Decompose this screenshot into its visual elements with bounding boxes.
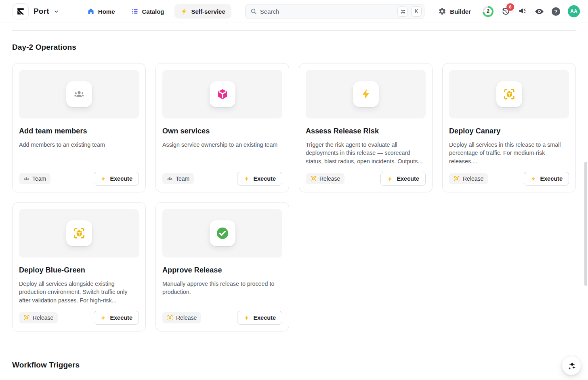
- bolt-icon: [530, 176, 536, 182]
- card-image-area: [162, 70, 282, 118]
- section-title-workflow: Workflow Triggers: [12, 361, 576, 369]
- k-key-chip: K: [411, 6, 422, 17]
- execute-button[interactable]: Execute: [94, 172, 139, 186]
- vertical-scrollbar[interactable]: [584, 162, 587, 286]
- card-title: Deploy Blue-Green: [19, 266, 139, 274]
- bolt-icon: [244, 315, 250, 321]
- card-description: Assign service ownership to an existing …: [162, 141, 282, 149]
- actions-grid: Add team members Add members to an exist…: [12, 63, 576, 331]
- card-image-area: [449, 70, 569, 118]
- sparkles-icon: [566, 360, 577, 371]
- card-footer: Release Execute: [306, 172, 426, 186]
- builder-label: Builder: [450, 8, 471, 15]
- tag-label: Release: [33, 315, 53, 321]
- section-divider: [12, 30, 576, 31]
- blueprint-tag-team: Team: [162, 173, 194, 184]
- card-image-area: [306, 70, 426, 118]
- card-footer: Release Execute: [162, 311, 282, 325]
- blueprint-tag-release: Release: [449, 173, 488, 184]
- bolt-icon: [100, 176, 106, 182]
- card-description: Deploy all services alongside existing p…: [19, 280, 139, 304]
- check-circle-icon: [210, 220, 235, 246]
- section-title-day2: Day-2 Operations: [12, 43, 576, 52]
- port-logo[interactable]: [13, 3, 29, 19]
- cmd-key-chip: [397, 6, 408, 17]
- nav-item-home[interactable]: Home: [81, 4, 121, 19]
- cube-scan-icon: [310, 175, 317, 182]
- search-input[interactable]: [260, 8, 395, 15]
- search-icon: [250, 8, 257, 15]
- cube-scan-icon: [167, 315, 173, 321]
- home-icon: [87, 8, 94, 15]
- ai-assistant-button[interactable]: [562, 356, 581, 375]
- execute-label: Execute: [397, 175, 419, 182]
- announcements-button[interactable]: [518, 7, 527, 16]
- gear-icon: [438, 7, 446, 15]
- bolt-icon: [387, 176, 393, 182]
- section-divider: [12, 345, 576, 345]
- card-title: Deploy Canary: [449, 127, 569, 135]
- card-title: Approve Release: [162, 266, 282, 274]
- cube-scan-icon: [23, 315, 30, 321]
- card-footer: Release Execute: [19, 311, 139, 325]
- preview-button[interactable]: [535, 7, 544, 16]
- run-history-button[interactable]: 6: [501, 7, 510, 16]
- card-description: Trigger the risk agent to evaluate all d…: [306, 141, 426, 165]
- bolt-icon: [100, 315, 106, 321]
- execute-button[interactable]: Execute: [237, 311, 282, 325]
- team-icon: [167, 176, 173, 182]
- card-title: Own services: [162, 127, 282, 135]
- execute-button[interactable]: Execute: [94, 311, 139, 325]
- chevron-down-icon[interactable]: [53, 8, 59, 15]
- notification-badge: 6: [506, 3, 514, 11]
- cube-icon: [210, 81, 235, 107]
- megaphone-icon: [518, 7, 527, 16]
- catalog-icon: [131, 8, 139, 15]
- blueprint-tag-release: Release: [306, 173, 344, 184]
- tag-label: Release: [319, 175, 340, 182]
- global-search[interactable]: K: [245, 4, 425, 19]
- card-title: Add team members: [19, 127, 139, 135]
- progress-ring: 2: [483, 6, 494, 17]
- help-button[interactable]: ?: [552, 7, 560, 16]
- card-description: Manually approve this release to proceed…: [162, 280, 282, 296]
- execute-label: Execute: [253, 315, 276, 321]
- header-actions: Builder 2 6: [438, 5, 580, 17]
- nav-label: Self-service: [191, 8, 225, 15]
- card-footer: Team Execute: [19, 172, 139, 186]
- action-card-deploy-blue-green: Deploy Blue-Green Deploy all services al…: [12, 202, 146, 331]
- card-image-area: [19, 70, 139, 118]
- execute-label: Execute: [253, 175, 276, 182]
- nav-item-catalog[interactable]: Catalog: [125, 4, 170, 19]
- bolt-icon: [244, 176, 250, 182]
- question-mark-icon: ?: [552, 7, 560, 16]
- action-card-add-team-members: Add team members Add members to an exist…: [12, 63, 146, 192]
- eye-icon: [535, 7, 544, 16]
- card-description: Deploy all services in this release to a…: [449, 141, 569, 165]
- nav-label: Catalog: [142, 8, 164, 15]
- execute-button[interactable]: Execute: [380, 172, 426, 186]
- cube-scan-icon: [496, 81, 522, 107]
- user-avatar[interactable]: AA: [568, 5, 580, 17]
- command-icon: [400, 9, 405, 14]
- card-footer: Release Execute: [449, 172, 569, 186]
- nav-item-self-service[interactable]: Self-service: [174, 4, 231, 19]
- builder-button[interactable]: Builder: [438, 7, 471, 15]
- top-navbar: Port Home Catalog Self-service: [0, 0, 588, 23]
- execute-button[interactable]: Execute: [237, 172, 282, 186]
- tag-label: Team: [32, 175, 46, 182]
- action-card-approve-release: Approve Release Manually approve this re…: [155, 202, 289, 331]
- sync-progress-button[interactable]: 2: [483, 6, 494, 17]
- progress-value: 2: [484, 8, 492, 15]
- card-footer: Team Execute: [162, 172, 282, 186]
- blueprint-tag-release: Release: [19, 312, 58, 323]
- execute-label: Execute: [540, 175, 563, 182]
- bolt-icon: [353, 81, 379, 107]
- brand-name: Port: [34, 7, 49, 16]
- execute-label: Execute: [110, 315, 132, 321]
- execute-button[interactable]: Execute: [524, 172, 569, 186]
- cube-scan-icon: [66, 220, 92, 246]
- tag-label: Release: [176, 315, 197, 321]
- nav-label: Home: [98, 8, 115, 15]
- main-nav: Home Catalog Self-service: [81, 4, 231, 19]
